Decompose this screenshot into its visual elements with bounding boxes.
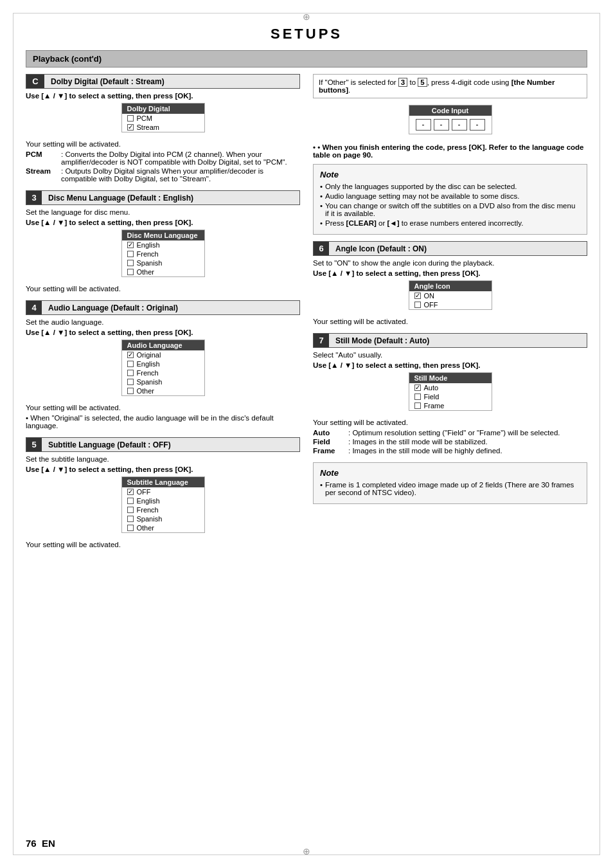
block-3-instruction: Use [▲ / ▼] to select a setting, then pr… [26, 219, 300, 226]
block-c-letter: C [26, 75, 44, 88]
block-3-option-english: English [122, 240, 204, 249]
page-number: 76 [26, 838, 37, 849]
block-6-header: 6 Angle Icon (Default : ON) [313, 241, 587, 256]
block-3-option-french: French [122, 249, 204, 258]
block-4-check-original [127, 352, 134, 358]
block-7-frame-label: Frame [313, 447, 348, 455]
code-field-2: - [434, 119, 449, 131]
code-field-1: - [416, 119, 431, 131]
note-7-item-1: Frame is 1 completed video image made up… [320, 481, 580, 496]
block-7-field-text: : Images in the still mode will be stabi… [348, 438, 587, 446]
block-7-field-desc: Field : Images in the still mode will be… [313, 438, 587, 446]
block-3-header: 3 Disc Menu Language (Default : English) [26, 190, 300, 205]
block-7-label-auto: Auto [424, 384, 439, 392]
block-6-activated: Your setting will be activated. [313, 318, 587, 325]
block-3-check-french [127, 251, 134, 257]
page-footer: 76 EN [26, 838, 55, 849]
block-4: 4 Audio Language (Default : Original) Se… [26, 300, 300, 429]
block-6-instruction: Use [▲ / ▼] to select a setting, then pr… [313, 269, 587, 277]
block-3-check-english [127, 242, 134, 248]
block-4-option-original: Original [122, 350, 204, 359]
block-5-dropdown-header: Subtitle Language [122, 477, 204, 487]
block-6-title: Angle Icon (Default : ON) [329, 242, 587, 255]
note-box: Note Only the languages supported by the… [313, 164, 587, 235]
right-intro-text2: , press 4-digit code using [427, 78, 511, 86]
block-7-frame-text: : Images in the still mode will be highl… [348, 447, 587, 455]
block-4-header: 4 Audio Language (Default : Original) [26, 300, 300, 315]
page-lang: EN [42, 838, 55, 849]
code-field-4: - [470, 119, 485, 131]
block-5-option-spanish: Spanish [122, 514, 204, 523]
block-5-header: 5 Subtitle Language (Default : OFF) [26, 437, 300, 452]
block-5-check-off [127, 489, 134, 495]
block-3-dropdown-header: Disc Menu Language [122, 230, 204, 240]
block-7-auto-text: : Optimum resolution setting ("Field" or… [348, 429, 587, 437]
block-5-check-french [127, 507, 134, 513]
block-7-activated: Your setting will be activated. [313, 419, 587, 426]
block-5: 5 Subtitle Language (Default : OFF) Set … [26, 437, 300, 548]
block-5-option-other: Other [122, 523, 204, 532]
block-3-option-other: Other [122, 267, 204, 276]
block-5-check-english [127, 498, 134, 504]
block-4-check-other [127, 388, 134, 394]
block-7-desc: Select "Auto" usually. [313, 351, 587, 359]
block-4-label-french: French [137, 369, 159, 377]
block-5-num: 5 [26, 438, 42, 451]
bottom-registration-mark: ⊕ [303, 846, 310, 856]
page-title: SETUPS [26, 26, 587, 42]
block-4-note: • When "Original" is selected, the audio… [26, 414, 300, 429]
block-6-option-on: ON [409, 291, 492, 300]
block-6-label-on: ON [424, 292, 435, 300]
block-4-desc: Set the audio language. [26, 318, 300, 326]
block-c-option-pcm: PCM [122, 114, 204, 123]
block-4-dropdown: Audio Language Original English French [121, 339, 205, 396]
block-3-label-english: English [137, 241, 160, 249]
block-c-option-stream: Stream [122, 123, 204, 132]
block-7-title: Still Mode (Default : Auto) [329, 334, 587, 347]
block-4-label-spanish: Spanish [137, 378, 163, 386]
block-6-option-off: OFF [409, 300, 492, 309]
block-4-activated: Your setting will be activated. [26, 404, 300, 411]
code-input-container: Code Input - - - - [313, 105, 587, 140]
right-intro-text1: If "Other" is selected for [319, 78, 398, 86]
right-intro-box: If "Other" is selected for 3 to 5, press… [313, 74, 587, 98]
block-7-dropdown-header: Still Mode [409, 373, 492, 383]
block-5-label-english: English [137, 497, 160, 505]
block-6-dropdown: Angle Icon ON OFF [409, 280, 492, 310]
block-7-auto-desc: Auto : Optimum resolution setting ("Fiel… [313, 429, 587, 437]
note-item-1: Only the languages supported by the disc… [320, 183, 580, 190]
block-3-label-french: French [137, 250, 159, 258]
block-7-field-label: Field [313, 438, 348, 446]
left-column: C Dolby Digital (Default : Stream) Use [… [26, 74, 300, 556]
block-6-label-off: OFF [424, 301, 438, 309]
block-c-instruction: Use [▲ / ▼] to select a setting, then pr… [26, 92, 300, 100]
block-6-dropdown-header: Angle Icon [409, 281, 492, 291]
right-intro-num5: 5 [418, 78, 427, 87]
block-7-instruction: Use [▲ / ▼] to select a setting, then pr… [313, 361, 587, 369]
block-5-dropdown: Subtitle Language OFF English French [121, 476, 205, 533]
block-5-activated: Your setting will be activated. [26, 541, 300, 548]
block-c: C Dolby Digital (Default : Stream) Use [… [26, 74, 300, 183]
block-4-option-french: French [122, 368, 204, 377]
block-c-check-pcm [127, 115, 134, 122]
block-5-desc: Set the subtitle language. [26, 455, 300, 463]
block-7-label-frame: Frame [424, 402, 445, 410]
block-c-pcm-desc: PCM : Converts the Dolby Digital into PC… [26, 150, 300, 166]
note-7-title: Note [320, 468, 580, 478]
block-7-label-field: Field [424, 393, 440, 401]
block-4-label-english: English [137, 360, 160, 368]
block-c-dropdown: Dolby Digital PCM Stream [121, 103, 205, 132]
block-c-descs: PCM : Converts the Dolby Digital into PC… [26, 150, 300, 183]
block-7: 7 Still Mode (Default : Auto) Select "Au… [313, 333, 587, 455]
block-7-check-field [414, 393, 421, 400]
block-4-label-original: Original [137, 351, 161, 359]
block-4-option-spanish: Spanish [122, 377, 204, 386]
block-5-check-other [127, 525, 134, 531]
block-3-num: 3 [26, 191, 42, 204]
note-item-2: Audio language setting may not be availa… [320, 192, 580, 200]
block-3-activated: Your setting will be activated. [26, 285, 300, 293]
block-5-label-off: OFF [137, 488, 151, 496]
block-7-option-frame: Frame [409, 401, 492, 410]
block-c-label-stream: Stream [137, 123, 159, 131]
block-7-check-frame [414, 402, 421, 409]
